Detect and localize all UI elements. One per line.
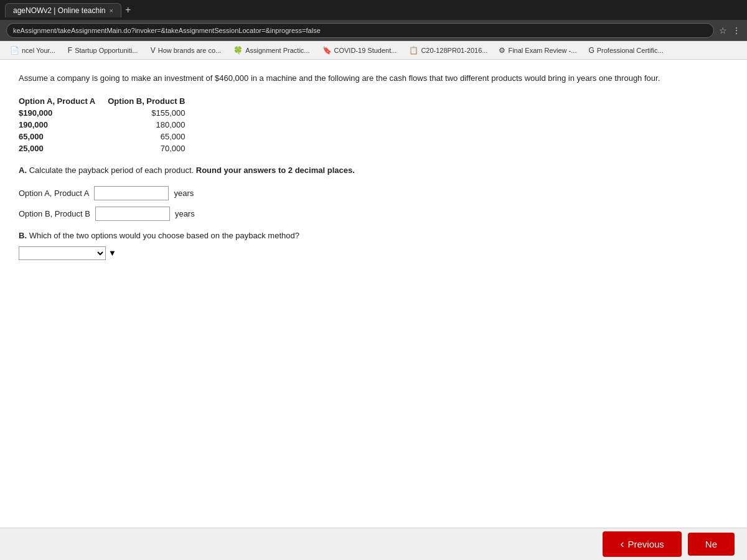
- bookmark-startup[interactable]: FStartup Opportuniti...: [63, 44, 143, 57]
- bookmark-label-assignment-practice: Assignment Practic...: [245, 47, 309, 54]
- settings-icon[interactable]: ⋮: [732, 26, 741, 35]
- section-a-label: A.: [19, 166, 27, 175]
- table-cell-r2-c0: 65,000: [19, 131, 108, 142]
- dropdown-arrow: ▼: [108, 248, 116, 258]
- bookmark-label-covid19: COVID-19 Student...: [334, 47, 397, 54]
- option-a-years-label: years: [174, 189, 194, 198]
- table-cell-r1-c0: 190,000: [19, 119, 108, 131]
- previous-button[interactable]: ‹ Previous: [603, 531, 681, 557]
- section-b-question-text: Which of the two options would you choos…: [29, 231, 299, 240]
- tab-close-button[interactable]: ×: [110, 7, 113, 14]
- section-a-text: A. Calculate the payback period of each …: [19, 164, 728, 177]
- next-label: Ne: [705, 539, 717, 549]
- table-cell-r0-c1: $155,000: [108, 107, 197, 119]
- bookmark-icon-assignment-practice: 🍀: [233, 46, 243, 55]
- table-row-0: $190,000$155,000: [19, 107, 197, 119]
- question-premise: Assume a company is going to make an inv…: [19, 72, 728, 85]
- section-a-instruction-text: Calculate the payback period of each pro…: [29, 166, 194, 175]
- option-a-input[interactable]: [94, 186, 169, 200]
- table-row-1: 190,000180,000: [19, 119, 197, 131]
- option-b-input[interactable]: [95, 207, 170, 221]
- table-row-2: 65,00065,000: [19, 131, 197, 142]
- new-tab-button[interactable]: +: [125, 4, 131, 16]
- bottom-navigation: ‹ Previous Ne: [0, 528, 747, 560]
- previous-chevron-icon: ‹: [620, 538, 624, 551]
- option-b-row: Option B, Product B years: [19, 207, 728, 221]
- main-content: Assume a company is going to make an inv…: [0, 60, 747, 528]
- section-b-text: B. Which of the two options would you ch…: [19, 231, 728, 240]
- option-a-label: Option A, Product A: [19, 189, 89, 198]
- bookmark-icon-final-exam-review: ⚙: [499, 46, 505, 55]
- section-b-label: B.: [19, 231, 27, 240]
- bookmark-label-c20-128pr01: C20-128PR01-2016...: [421, 47, 487, 54]
- bookmark-icon-professional-certific: G: [588, 46, 594, 55]
- bookmark-how-brands[interactable]: VHow brands are co...: [146, 44, 227, 57]
- bookmark-icon-how-brands: V: [151, 46, 156, 55]
- bookmark-icon-c20-128pr01: 📋: [409, 46, 418, 55]
- bookmark-covid19[interactable]: 🔖COVID-19 Student...: [317, 44, 402, 57]
- option-b-label: Option B, Product B: [19, 209, 90, 218]
- bookmark-label-how-brands: How brands are co...: [158, 47, 222, 54]
- bookmark-icon-startup: F: [68, 46, 72, 55]
- tab-label: ageNOWv2 | Online teachin: [13, 6, 106, 15]
- section-b-dropdown[interactable]: Option A, Product A Option B, Product B: [19, 246, 106, 260]
- col-header-a: Option A, Product A: [19, 95, 108, 107]
- table-cell-r3-c1: 70,000: [108, 142, 197, 154]
- bookmark-label-startup: Startup Opportuniti...: [75, 47, 138, 54]
- bookmark-final-exam-review[interactable]: ⚙Final Exam Review -...: [494, 44, 581, 57]
- bookmark-label-cancel-your: ncel Your...: [22, 47, 55, 54]
- bookmark-icon[interactable]: ☆: [719, 26, 727, 35]
- option-b-years-label: years: [175, 209, 195, 218]
- section-b-answer-row: Option A, Product A Option B, Product B …: [19, 246, 728, 260]
- table-row-3: 25,00070,000: [19, 142, 197, 154]
- bookmark-icon-covid19: 🔖: [322, 46, 332, 55]
- browser-tab[interactable]: ageNOWv2 | Online teachin ×: [5, 3, 121, 17]
- bookmark-c20-128pr01[interactable]: 📋C20-128PR01-2016...: [404, 44, 491, 57]
- bookmark-label-professional-certific: Professional Certific...: [597, 47, 664, 54]
- bookmark-cancel-your[interactable]: 📄ncel Your...: [5, 44, 60, 57]
- cash-flow-table: Option A, Product A Option B, Product B …: [19, 95, 197, 154]
- url-input[interactable]: keAssignment/takeAssignmentMain.do?invok…: [6, 23, 714, 38]
- bookmark-professional-certific[interactable]: GProfessional Certific...: [583, 44, 668, 57]
- title-bar: ageNOWv2 | Online teachin × +: [0, 0, 747, 20]
- bookmark-label-final-exam-review: Final Exam Review -...: [508, 47, 576, 54]
- section-a-bold-instruction: Round your answers to 2 decimal places.: [196, 166, 355, 175]
- url-text: keAssignment/takeAssignmentMain.do?invok…: [13, 27, 321, 34]
- table-cell-r1-c1: 180,000: [108, 119, 197, 131]
- table-cell-r2-c1: 65,000: [108, 131, 197, 142]
- table-cell-r0-c0: $190,000: [19, 107, 108, 119]
- option-a-row: Option A, Product A years: [19, 186, 728, 200]
- col-header-b: Option B, Product B: [108, 95, 197, 107]
- bookmark-icon-cancel-your: 📄: [10, 46, 19, 55]
- previous-label: Previous: [627, 539, 664, 549]
- next-button[interactable]: Ne: [688, 533, 735, 556]
- browser-icons: ☆ ⋮: [719, 26, 741, 35]
- address-bar: keAssignment/takeAssignmentMain.do?invok…: [0, 20, 747, 41]
- bookmark-assignment-practice[interactable]: 🍀Assignment Practic...: [228, 44, 314, 57]
- bookmarks-bar: 📄ncel Your...FStartup Opportuniti...VHow…: [0, 41, 747, 60]
- table-cell-r3-c0: 25,000: [19, 142, 108, 154]
